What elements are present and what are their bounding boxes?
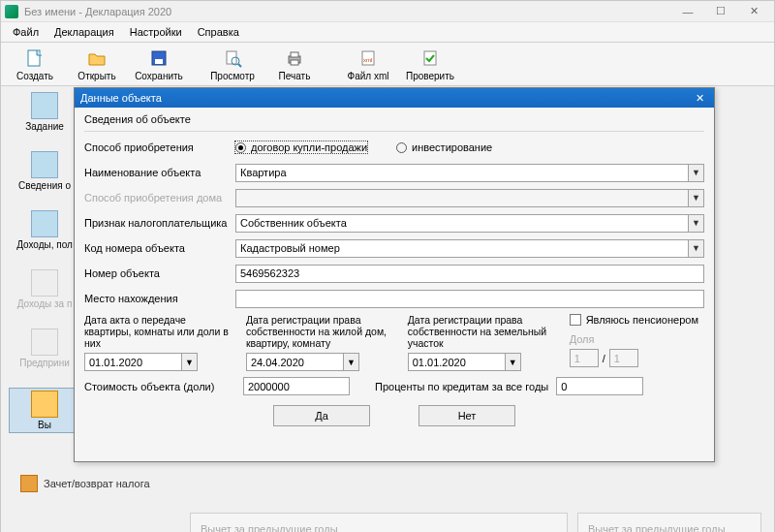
xml-icon: xml xyxy=(357,47,379,69)
group-label: Сведения об объекте xyxy=(84,113,704,125)
menu-file[interactable]: Файл xyxy=(7,24,45,40)
chevron-down-icon: ▼ xyxy=(505,353,521,371)
tb-create[interactable]: Создать xyxy=(5,46,65,83)
sidebar-income-icon xyxy=(31,210,58,237)
svg-text:xml: xml xyxy=(363,57,372,63)
object-name-select[interactable]: Квартира ▼ xyxy=(235,164,704,182)
sidebar-deductions-icon xyxy=(31,391,58,418)
radio-invest[interactable]: инвестирование xyxy=(396,141,492,153)
code-select[interactable]: Кадастровый номер ▼ xyxy=(235,239,704,258)
method-label: Способ приобретения xyxy=(84,141,235,153)
svg-rect-11 xyxy=(424,51,436,65)
save-icon xyxy=(148,47,170,69)
cost-input[interactable]: 2000000 xyxy=(243,377,350,395)
sidebar-conditions-icon xyxy=(31,92,58,119)
tb-xml[interactable]: xml Файл xml xyxy=(338,46,398,83)
prev-years-panel-b: Вычет за предыдущие годы xyxy=(577,513,761,532)
share-den-input: 1 xyxy=(609,349,638,367)
chevron-down-icon: ▼ xyxy=(688,239,704,258)
menu-settings[interactable]: Настройки xyxy=(124,24,188,40)
share-label: Доля xyxy=(570,333,704,345)
chevron-down-icon: ▼ xyxy=(181,353,198,371)
close-window-button[interactable]: ✕ xyxy=(737,2,770,21)
sidebar-item-deductions[interactable]: Вы xyxy=(9,388,80,433)
refund-icon xyxy=(20,475,38,492)
date2-input[interactable]: 24.04.2020 ▼ xyxy=(246,353,396,371)
file-new-icon xyxy=(24,47,46,69)
sidebar: Задание Сведения о Доходы, пол Доходы за… xyxy=(9,92,80,433)
window-title: Без имени - Декларация 2020 xyxy=(24,6,171,17)
tb-save[interactable]: Сохранить xyxy=(129,46,189,83)
tb-preview[interactable]: Просмотр xyxy=(202,46,263,83)
preview-icon xyxy=(222,47,243,69)
date3-label: Дата регистрации права собственности на … xyxy=(408,314,558,353)
date2-label: Дата регистрации права собственности на … xyxy=(246,314,396,353)
sidebar-item-income2: Доходы за п xyxy=(9,269,80,309)
taxpayer-label: Признак налогоплательщика xyxy=(84,217,235,229)
taxpayer-select[interactable]: Собственник объекта ▼ xyxy=(235,214,704,233)
sidebar-info-icon xyxy=(31,151,58,178)
radio-buy[interactable]: договор купли-продажи xyxy=(235,141,367,153)
object-data-dialog: Данные объекта ✕ Сведения об объекте Спо… xyxy=(74,87,715,462)
print-icon xyxy=(284,47,305,69)
radio-dot-icon xyxy=(235,142,246,153)
house-method-select: ▼ xyxy=(235,189,704,207)
svg-rect-8 xyxy=(291,60,298,65)
dialog-title: Данные объекта xyxy=(80,92,162,104)
sidebar-item-conditions[interactable]: Задание xyxy=(9,92,80,132)
app-logo-icon xyxy=(5,5,18,18)
credit-input[interactable]: 0 xyxy=(556,377,643,395)
code-label: Код номера объекта xyxy=(84,242,235,254)
share-num-input: 1 xyxy=(570,349,599,367)
prev-years-panel-a: Вычет за предыдущие годы xyxy=(190,513,568,532)
menu-help[interactable]: Справка xyxy=(192,24,245,40)
checkbox-icon xyxy=(570,314,581,326)
tb-check[interactable]: Проверить xyxy=(400,46,460,83)
chevron-down-icon: ▼ xyxy=(688,189,704,207)
toolbar: Создать Открыть Сохранить Просмотр Печат… xyxy=(1,42,774,86)
dialog-titlebar: Данные объекта ✕ xyxy=(75,88,714,108)
no-button[interactable]: Нет xyxy=(418,405,515,426)
maximize-button[interactable]: ☐ xyxy=(704,2,737,21)
house-method-label: Способ приобретения дома xyxy=(84,192,235,203)
tb-print[interactable]: Печать xyxy=(264,46,325,83)
minimize-button[interactable]: — xyxy=(671,2,704,21)
object-name-label: Наименование объекта xyxy=(84,167,235,178)
sidebar-pred-icon xyxy=(31,329,58,356)
date1-input[interactable]: 01.01.2020 ▼ xyxy=(84,353,234,371)
folder-open-icon xyxy=(86,47,108,69)
cost-label: Стоимость объекта (доли) xyxy=(84,381,235,392)
refund-section-label: Зачет/возврат налога xyxy=(20,475,150,492)
pension-checkbox[interactable]: Являюсь пенсионером xyxy=(570,314,704,326)
chevron-down-icon: ▼ xyxy=(688,214,704,233)
svg-line-5 xyxy=(238,64,241,67)
location-input[interactable] xyxy=(235,290,704,308)
dialog-close-button[interactable]: ✕ xyxy=(691,90,708,106)
location-label: Место нахождения xyxy=(84,293,235,304)
number-label: Номер объекта xyxy=(84,267,235,279)
number-input[interactable]: 5469562323 xyxy=(235,265,704,283)
date3-input[interactable]: 01.01.2020 ▼ xyxy=(408,353,558,371)
yes-button[interactable]: Да xyxy=(273,405,370,426)
tb-open[interactable]: Открыть xyxy=(67,46,127,83)
chevron-down-icon: ▼ xyxy=(688,164,704,182)
menu-declaration[interactable]: Декларация xyxy=(48,24,120,40)
radio-dot-icon xyxy=(396,142,407,153)
chevron-down-icon: ▼ xyxy=(343,353,359,371)
titlebar: Без имени - Декларация 2020 — ☐ ✕ xyxy=(1,1,774,22)
menubar: Файл Декларация Настройки Справка xyxy=(1,22,774,42)
sidebar-income2-icon xyxy=(31,269,58,297)
check-icon xyxy=(419,47,441,69)
credit-label: Проценты по кредитам за все годы xyxy=(375,381,548,392)
svg-rect-2 xyxy=(155,59,163,64)
sidebar-item-pred: Предприни xyxy=(9,329,80,368)
sidebar-item-income[interactable]: Доходы, пол xyxy=(9,210,80,250)
date1-label: Дата акта о передаче квартиры, комнаты и… xyxy=(84,314,234,353)
svg-rect-7 xyxy=(291,52,298,57)
sidebar-item-info[interactable]: Сведения о xyxy=(9,151,80,191)
